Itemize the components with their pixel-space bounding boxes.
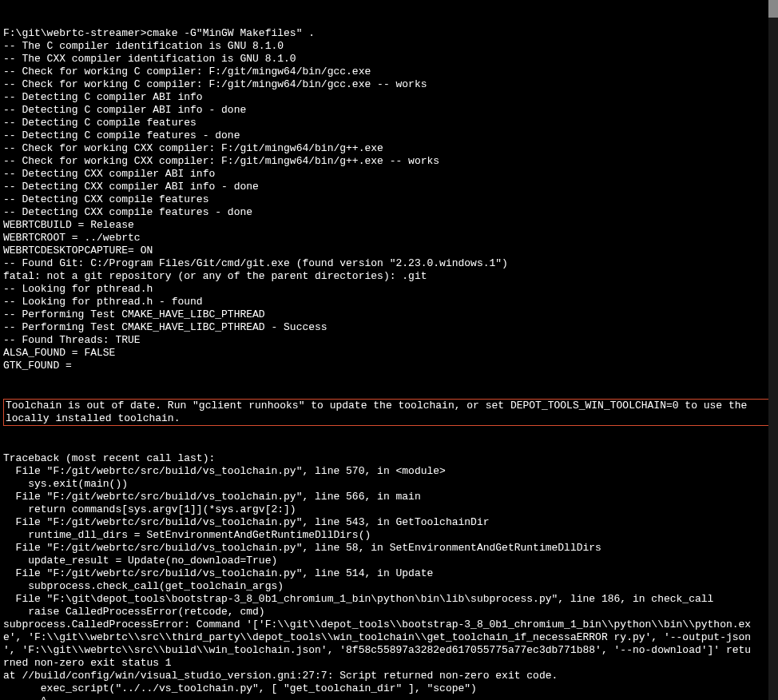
lines-line: -- Detecting C compile features - done	[3, 129, 775, 142]
after-line: update_result = Update(no_download=True)	[3, 555, 775, 567]
after-line: Traceback (most recent call last):	[3, 452, 775, 465]
after-line: subprocess.check_call(get_toolchain_args…	[3, 580, 775, 593]
output-block-after: Traceback (most recent call last): File …	[3, 452, 775, 700]
lines-line: ALSA_FOUND = FALSE	[3, 347, 775, 360]
lines-line: WEBRTCBUILD = Release	[3, 219, 775, 232]
lines-line: -- Detecting C compile features	[3, 117, 775, 129]
after-line: exec_script("../../vs_toolchain.py", [ "…	[3, 682, 775, 695]
vertical-scrollbar[interactable]	[768, 0, 778, 700]
after-line: at //build/config/win/visual_studio_vers…	[3, 670, 775, 682]
lines-line: -- Detecting CXX compile features	[3, 193, 775, 206]
after-line: File "F:/git/webrtc/src/build/vs_toolcha…	[3, 542, 775, 555]
after-line: ', 'F:\\git\\webrtc\\src\\build\\win_too…	[3, 644, 775, 657]
lines-line: -- Check for working C compiler: F:/git/…	[3, 66, 775, 78]
lines-line: -- Check for working CXX compiler: F:/gi…	[3, 155, 775, 168]
lines-line: WEBRTCDESKTOPCAPTURE= ON	[3, 245, 775, 257]
after-line: raise CalledProcessError(retcode, cmd)	[3, 606, 775, 618]
lines-line: fatal: not a git repository (or any of t…	[3, 270, 775, 283]
lines-line: -- Detecting CXX compiler ABI info	[3, 168, 775, 181]
after-line: File "F:/git/webrtc/src/build/vs_toolcha…	[3, 567, 775, 580]
lines-line: -- Looking for pthread.h - found	[3, 296, 775, 308]
after-line: runtime_dll_dirs = SetEnvironmentAndGetR…	[3, 529, 775, 542]
scroll-thumb[interactable]	[768, 0, 778, 18]
after-line: ^----------	[3, 695, 775, 700]
lines-line: -- The C compiler identification is GNU …	[3, 40, 775, 53]
lines-line: -- Performing Test CMAKE_HAVE_LIBC_PTHRE…	[3, 321, 775, 334]
lines-line: -- Detecting CXX compiler ABI info - don…	[3, 181, 775, 193]
lines-line: -- Performing Test CMAKE_HAVE_LIBC_PTHRE…	[3, 308, 775, 321]
lines-line: -- Looking for pthread.h	[3, 283, 775, 296]
after-line: File "F:/git/webrtc/src/build/vs_toolcha…	[3, 516, 775, 529]
after-line: e', 'F:\\git\\webrtc\\src\\third_party\\…	[3, 631, 775, 644]
after-line: sys.exit(main())	[3, 478, 775, 491]
after-line: return commands[sys.argv[1]](*sys.argv[2…	[3, 503, 775, 516]
lines-line: -- Detecting CXX compile features - done	[3, 206, 775, 219]
after-line: File "F:/git/webrtc/src/build/vs_toolcha…	[3, 465, 775, 478]
lines-line: -- Check for working CXX compiler: F:/gi…	[3, 142, 775, 155]
after-line: File "F:/git/webrtc/src/build/vs_toolcha…	[3, 491, 775, 503]
lines-line: -- Detecting C compiler ABI info - done	[3, 104, 775, 117]
after-line: rned non-zero exit status 1	[3, 657, 775, 670]
highlight-line: locally installed toolchain.	[6, 412, 772, 425]
lines-line: -- Check for working C compiler: F:/git/…	[3, 78, 775, 91]
lines-line: GTK_FOUND =	[3, 360, 775, 372]
lines-line: WEBRTCROOT = ../webrtc	[3, 232, 775, 245]
lines-line: F:\git\webrtc-streamer>cmake -G"MinGW Ma…	[3, 27, 775, 40]
lines-line: -- Detecting C compiler ABI info	[3, 91, 775, 104]
after-line: File "F:\git\depot_tools\bootstrap-3_8_0…	[3, 593, 775, 606]
lines-line: -- Found Git: C:/Program Files/Git/cmd/g…	[3, 257, 775, 270]
after-line: subprocess.CalledProcessError: Command '…	[3, 618, 775, 631]
lines-line: -- Found Threads: TRUE	[3, 334, 775, 347]
lines-line: -- The CXX compiler identification is GN…	[3, 53, 775, 66]
highlighted-error-box: Toolchain is out of date. Run "gclient r…	[3, 399, 775, 426]
highlight-line: Toolchain is out of date. Run "gclient r…	[6, 400, 772, 412]
output-block-before: F:\git\webrtc-streamer>cmake -G"MinGW Ma…	[3, 27, 775, 372]
terminal-output[interactable]: F:\git\webrtc-streamer>cmake -G"MinGW Ma…	[0, 0, 778, 700]
